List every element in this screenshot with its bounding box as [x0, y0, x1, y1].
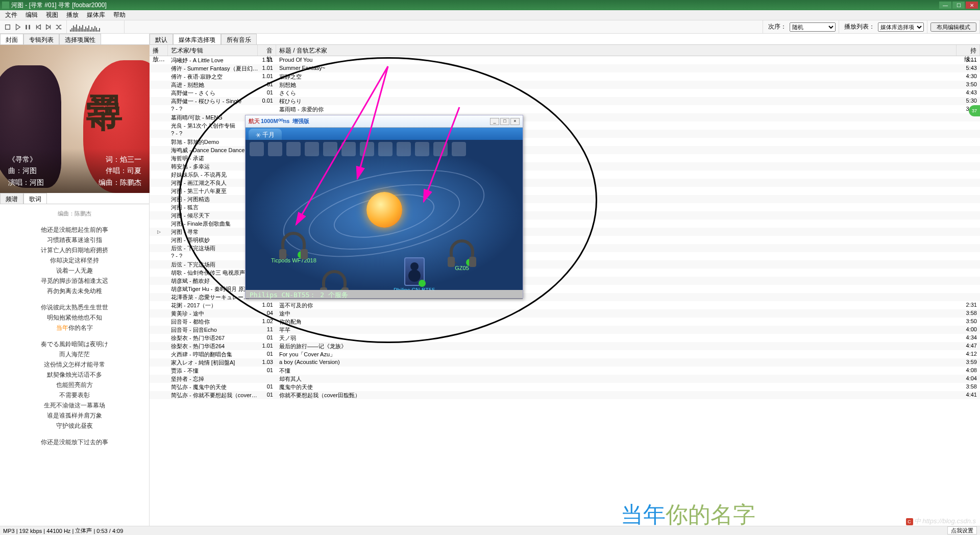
- lyric-line: 不需要表彰: [0, 390, 149, 400]
- lyric-line: 计算亡人的归期地府拥挤: [0, 245, 149, 255]
- table-row[interactable]: 简弘亦 - 魔鬼中的天使01魔鬼中的天使3:58: [150, 383, 980, 391]
- bt-close-button[interactable]: ×: [510, 118, 520, 125]
- bt-titlebar[interactable]: 航天 1000Mᴼᴼns 增强版 _ □ ×: [246, 115, 523, 128]
- album-art: 尋常 《寻常》词：焰三一 曲：河图伴唱：司夏 演唱：河图编曲：陈鹏杰: [0, 45, 150, 193]
- pause-button[interactable]: [23, 22, 33, 32]
- tab-library-sel[interactable]: 媒体库选择项: [173, 34, 221, 44]
- table-row[interactable]: 简弘亦 - 你就不要想起我（cover…01你就不要想起我（cover田馥甄）4…: [150, 391, 980, 399]
- table-row[interactable]: 傅许 - Summer Fantasy（夏日幻…1.01Summer Fanta…: [150, 64, 980, 72]
- minimize-button[interactable]: —: [939, 2, 951, 9]
- svg-rect-1: [6, 25, 10, 29]
- tab-all-music[interactable]: 所有音乐: [221, 34, 257, 44]
- lyric-line: [0, 296, 149, 302]
- tab-lyrics[interactable]: 歌词: [23, 193, 47, 204]
- playlist-header: 播放… 艺术家/专辑 音轨号 标题 / 音轨艺术家 持续…: [150, 45, 980, 56]
- table-row[interactable]: 火西肆 - 哼唱的翻唱合集01For you「Cover Azu」4:12: [150, 350, 980, 358]
- lyric-line: 习惯踏夜幕迷途引指: [0, 235, 149, 245]
- tab-cover[interactable]: 封面: [0, 34, 23, 44]
- app-icon: [2, 2, 9, 9]
- menu-view[interactable]: 视图: [42, 10, 62, 20]
- menu-bar: 文件 编辑 视图 播放 媒体库 帮助: [0, 10, 980, 20]
- play-button[interactable]: [13, 22, 22, 32]
- col-playing[interactable]: 播放…: [150, 45, 168, 56]
- bt-device[interactable]: 小米音箱: [322, 270, 347, 290]
- tab-properties[interactable]: 选择项属性: [59, 34, 101, 44]
- bt-device[interactable]: Philips CN-BT55: [394, 257, 435, 290]
- close-button[interactable]: ✕: [966, 2, 978, 9]
- lyric-line: 你还是没能放下过去的事: [0, 437, 149, 447]
- table-row[interactable]: 徐梨衣 - 热门华语2641.01最后的旅行——记《龙族》4:47: [150, 342, 980, 350]
- bt-hub-icon: [366, 192, 402, 228]
- table-row[interactable]: 回音哥 - 都给你1.02你的配角3:50: [150, 318, 980, 326]
- maximize-button[interactable]: ☐: [952, 2, 965, 9]
- left-tabs: 封面 专辑列表 选择项属性: [0, 34, 149, 45]
- layout-edit-button[interactable]: 布局编辑模式: [930, 22, 976, 32]
- bt-tb-icon[interactable]: [250, 142, 264, 156]
- random-button[interactable]: [54, 22, 63, 32]
- album-credits: 《寻常》词：焰三一 曲：河图伴唱：司夏 演唱：河图编曲：陈鹏杰: [0, 149, 150, 193]
- table-row[interactable]: 坚持者 - 忘掉却有其人4:04: [150, 375, 980, 383]
- lyric-line: 而人海茫茫: [0, 349, 149, 359]
- tab-albumlist[interactable]: 专辑列表: [23, 34, 59, 44]
- lyric-line: 你却决定这样坚持: [0, 255, 149, 265]
- bt-device[interactable]: GZ05: [450, 239, 474, 271]
- side-badge[interactable]: 37: [969, 105, 980, 116]
- bt-device[interactable]: Ticpods WF72018: [271, 232, 316, 263]
- table-row[interactable]: 徐梨衣 - 热门华语26701天ノ弱4:34: [150, 334, 980, 342]
- tab-spectrum[interactable]: 频谱: [0, 193, 23, 204]
- lyric-line: 守护彼此昼夜: [0, 421, 149, 431]
- bt-device-view[interactable]: Ticpods WF72018小米音箱Philips CN-BT55GZ05: [246, 140, 523, 290]
- menu-file[interactable]: 文件: [1, 10, 21, 20]
- bluetooth-window[interactable]: 航天 1000Mᴼᴼns 增强版 _ □ × ⚹ 千月 Ticpods WF72…: [245, 115, 523, 299]
- svg-rect-0: [2, 2, 9, 9]
- table-row[interactable]: 黄美珍 - 途中04途中3:58: [150, 309, 980, 318]
- table-row[interactable]: 贾添 - 不懂01不懂4:08: [150, 367, 980, 375]
- col-title[interactable]: 标题 / 音轨艺术家: [276, 45, 957, 56]
- menu-help[interactable]: 帮助: [109, 10, 130, 20]
- left-panel: 封面 专辑列表 选择项属性 尋常 《寻常》词：焰三一 曲：河图伴唱：司夏 演唱：…: [0, 34, 150, 526]
- status-codec: MP3: [3, 528, 15, 534]
- lyric-line: 也能照亮前方: [0, 380, 149, 390]
- lyric-line: 说着一人无趣: [0, 265, 149, 276]
- bt-tab-qianyue[interactable]: ⚹ 千月: [249, 129, 282, 140]
- table-row[interactable]: 花粥 - 2017（一）1.01遥不可及的你2:31: [150, 301, 980, 309]
- menu-library[interactable]: 媒体库: [83, 10, 109, 20]
- table-row[interactable]: 傅许 - 夜语·寂静之空1.01寂静之空4:30: [150, 72, 980, 81]
- settings-button[interactable]: 点我设置: [947, 526, 977, 534]
- prev-button[interactable]: [34, 22, 43, 32]
- menu-edit[interactable]: 编辑: [21, 10, 42, 20]
- lyrics-panel[interactable]: 编曲：陈鹏杰 他还是没能想起生前的事习惯踏夜幕迷途引指计算亡人的归期地府拥挤你却…: [0, 204, 149, 526]
- bt-minimize-button[interactable]: _: [490, 118, 499, 125]
- lyric-line: 寻觅的脚步游荡相逢太迟: [0, 276, 149, 286]
- table-row[interactable]: 高野健一 - 桜ひらり - Single0.01桜ひらり5:30: [150, 97, 980, 105]
- window-title: 河图 - [寻常 #01] 寻常 [foobar2000]: [11, 1, 107, 10]
- menu-play[interactable]: 播放: [62, 10, 83, 20]
- spectrum-visualizer: [70, 22, 121, 32]
- playlist-tabs: 默认 媒体库选择项 所有音乐: [150, 34, 980, 45]
- col-trackno[interactable]: 音轨号: [258, 45, 276, 56]
- status-time: 0:53 / 4:09: [96, 528, 123, 534]
- table-row[interactable]: 高进 - 别想她01别想她3:50: [150, 81, 980, 89]
- table-row[interactable]: 高野健一 - さくら01さくら4:43: [150, 89, 980, 97]
- stop-button[interactable]: [3, 22, 12, 32]
- playlist-label: 播放列表：: [842, 22, 877, 31]
- col-artist[interactable]: 艺术家/专辑: [168, 45, 258, 56]
- main-toolbar: 次序： 随机 播放列表： 媒体库选择项 布局编辑模式: [0, 20, 980, 34]
- lyric-line: 你说彼此太熟悉生生世世: [0, 302, 149, 312]
- bt-status-text: Philips CN-BT55： 2 个服务: [246, 290, 523, 299]
- lyric-line: [0, 431, 149, 437]
- order-label: 次序：: [766, 22, 789, 31]
- next-button[interactable]: [44, 22, 53, 32]
- bt-maximize-button[interactable]: □: [500, 118, 509, 125]
- playlist-select[interactable]: 媒体库选择项: [878, 22, 924, 32]
- lyric-line: 再勿匆离去未免幼稚: [0, 286, 149, 296]
- table-row[interactable]: 冯曦妤 - A Little Love1.11Proud Of You3:11: [150, 56, 980, 64]
- tab-default[interactable]: 默认: [150, 34, 173, 44]
- col-duration[interactable]: 持续…: [957, 45, 980, 56]
- status-bar: MP3 | 192 kbps | 44100 Hz | 立体声 | 0:53 /…: [0, 526, 980, 535]
- lyric-line: 这份情义怎样才能寻常: [0, 359, 149, 370]
- table-row[interactable]: ? - ?墓雨晴 - 亲爱的你3:55: [150, 105, 980, 113]
- table-row[interactable]: 回音哥 - 回音Echo11芊芊4:00: [150, 326, 980, 334]
- order-select[interactable]: 随机: [790, 22, 836, 32]
- table-row[interactable]: 家入レオ - 純情 [初回盤A]1.03a boy (Acoustic Vers…: [150, 358, 980, 367]
